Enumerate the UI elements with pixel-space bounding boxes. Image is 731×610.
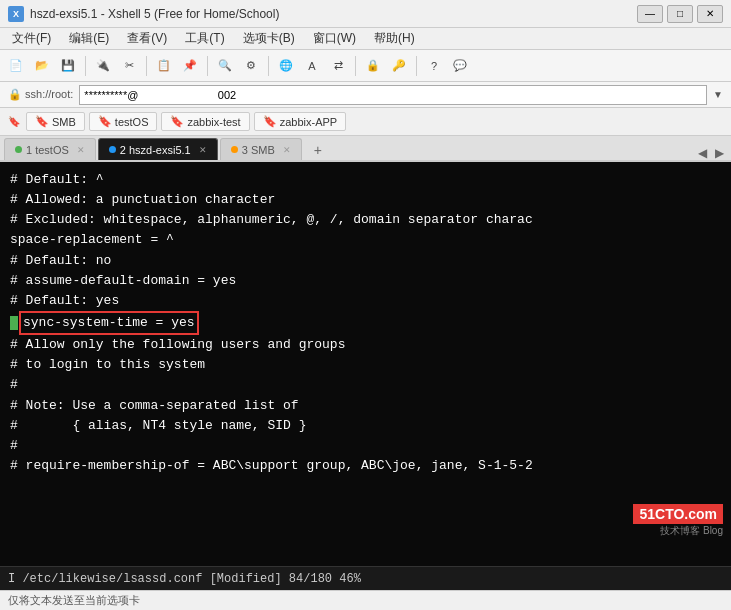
tab-add-button[interactable]: +	[308, 140, 328, 160]
tab-nav: ◀ ▶	[695, 146, 727, 160]
toolbar-transfer[interactable]: ⇄	[326, 54, 350, 78]
toolbar-paste[interactable]: 📌	[178, 54, 202, 78]
tab-nav-right[interactable]: ▶	[712, 146, 727, 160]
toolbar-sep5	[355, 56, 356, 76]
app-icon: X	[8, 6, 24, 22]
tab-close-hszd[interactable]: ✕	[199, 145, 207, 155]
menu-tabs[interactable]: 选项卡(B)	[235, 28, 303, 49]
toolbar-comment[interactable]: 💬	[448, 54, 472, 78]
toolbar-find[interactable]: 🔍	[213, 54, 237, 78]
address-dropdown[interactable]: ▼	[713, 89, 723, 100]
bookmarks-icon: 🔖	[8, 116, 20, 127]
menu-tools[interactable]: 工具(T)	[177, 28, 232, 49]
address-label: 🔒 ssh://root:	[8, 88, 73, 101]
tab-smb-label: 3 SMB	[242, 144, 275, 156]
toolbar-font[interactable]: A	[300, 54, 324, 78]
toolbar-sep6	[416, 56, 417, 76]
terminal-line-17: #	[10, 436, 721, 456]
terminal-line-14: #	[10, 375, 721, 395]
bottombar: 仅将文本发送至当前选项卡	[0, 590, 731, 610]
terminal-line-2: # Allowed: a punctuation character	[10, 190, 721, 210]
watermark-logo: 51CTO.com	[633, 504, 723, 524]
toolbar-sep1	[85, 56, 86, 76]
bookmark-zabbix-test-icon: 🔖	[170, 115, 184, 128]
menu-edit[interactable]: 编辑(E)	[61, 28, 117, 49]
maximize-button[interactable]: □	[667, 5, 693, 23]
toolbar: 📄 📂 💾 🔌 ✂ 📋 📌 🔍 ⚙ 🌐 A ⇄ 🔒 🔑 ? 💬	[0, 50, 731, 82]
minimize-button[interactable]: —	[637, 5, 663, 23]
window-title: hszd-exsi5.1 - Xshell 5 (Free for Home/S…	[30, 7, 279, 21]
bookmark-zabbix-test-label: zabbix-test	[187, 116, 240, 128]
watermark: 51CTO.com 技术博客 Blog	[633, 504, 723, 538]
tab-dot-smb	[231, 146, 238, 153]
toolbar-settings[interactable]: ⚙	[239, 54, 263, 78]
tab-close-testos[interactable]: ✕	[77, 145, 85, 155]
toolbar-open[interactable]: 📂	[30, 54, 54, 78]
bottom-text: 仅将文本发送至当前选项卡	[8, 593, 140, 608]
toolbar-globe[interactable]: 🌐	[274, 54, 298, 78]
bookmark-testos-icon: 🔖	[98, 115, 112, 128]
terminal-line-15: # Note: Use a comma-separated list of	[10, 396, 721, 416]
toolbar-copy[interactable]: 📋	[152, 54, 176, 78]
toolbar-sep2	[146, 56, 147, 76]
menubar: 文件(F) 编辑(E) 查看(V) 工具(T) 选项卡(B) 窗口(W) 帮助(…	[0, 28, 731, 50]
titlebar: X hszd-exsi5.1 - Xshell 5 (Free for Home…	[0, 0, 731, 28]
terminal-line-6: # Default: no	[10, 251, 721, 271]
tab-nav-left[interactable]: ◀	[695, 146, 710, 160]
tab-close-smb[interactable]: ✕	[283, 145, 291, 155]
bookmark-smb-label: SMB	[52, 116, 76, 128]
menu-window[interactable]: 窗口(W)	[305, 28, 364, 49]
tab-testos-label: 1 testOS	[26, 144, 69, 156]
bookmarksbar: 🔖 🔖 SMB 🔖 testOS 🔖 zabbix-test 🔖 zabbix-…	[0, 108, 731, 136]
status-text: I /etc/likewise/lsassd.conf [Modified] 8…	[8, 572, 723, 586]
terminal-line-18: # require-membership-of = ABC\support gr…	[10, 456, 721, 476]
menu-file[interactable]: 文件(F)	[4, 28, 59, 49]
terminal-line-3: # Excluded: whitespace, alphanumeric, @,…	[10, 210, 721, 230]
tab-dot-hszd	[109, 146, 116, 153]
toolbar-sep4	[268, 56, 269, 76]
tab-testos[interactable]: 1 testOS ✕	[4, 138, 96, 160]
terminal-line-7: # assume-default-domain = yes	[10, 271, 721, 291]
toolbar-help[interactable]: ?	[422, 54, 446, 78]
toolbar-disconnect[interactable]: ✂	[117, 54, 141, 78]
tabbar: 1 testOS ✕ 2 hszd-exsi5.1 ✕ 3 SMB ✕ + ◀ …	[0, 136, 731, 162]
terminal-line-16: # { alias, NT4 style name, SID }	[10, 416, 721, 436]
bookmark-zabbix-app[interactable]: 🔖 zabbix-APP	[254, 112, 346, 131]
cursor	[10, 316, 18, 330]
terminal-line-12: # Allow only the following users and gro…	[10, 335, 721, 355]
window-controls[interactable]: — □ ✕	[637, 5, 723, 23]
bookmark-zabbix-app-label: zabbix-APP	[280, 116, 337, 128]
tab-smb[interactable]: 3 SMB ✕	[220, 138, 302, 160]
terminal[interactable]: # Default: ^ # Allowed: a punctuation ch…	[0, 162, 731, 566]
address-input[interactable]	[79, 85, 707, 105]
terminal-line-13: # to login to this system	[10, 355, 721, 375]
highlight-sync: sync-system-time = yes	[19, 311, 199, 335]
toolbar-lock[interactable]: 🔒	[361, 54, 385, 78]
watermark-sub: 技术博客 Blog	[660, 524, 723, 538]
bookmark-zabbix-app-icon: 🔖	[263, 115, 277, 128]
toolbar-new[interactable]: 📄	[4, 54, 28, 78]
menu-view[interactable]: 查看(V)	[119, 28, 175, 49]
toolbar-key[interactable]: 🔑	[387, 54, 411, 78]
terminal-line-9: # Default: yes	[10, 291, 721, 311]
toolbar-sep3	[207, 56, 208, 76]
tab-dot-testos	[15, 146, 22, 153]
addressbar: 🔒 ssh://root: ▼	[0, 82, 731, 108]
terminal-line-4: space-replacement = ^	[10, 230, 721, 250]
toolbar-save[interactable]: 💾	[56, 54, 80, 78]
bookmark-testos-label: testOS	[115, 116, 149, 128]
bookmark-smb[interactable]: 🔖 SMB	[26, 112, 85, 131]
bookmark-smb-icon: 🔖	[35, 115, 49, 128]
statusbar: I /etc/likewise/lsassd.conf [Modified] 8…	[0, 566, 731, 590]
bookmark-testos[interactable]: 🔖 testOS	[89, 112, 158, 131]
terminal-line-10: sync-system-time = yes	[10, 311, 721, 335]
menu-help[interactable]: 帮助(H)	[366, 28, 423, 49]
toolbar-connect[interactable]: 🔌	[91, 54, 115, 78]
close-button[interactable]: ✕	[697, 5, 723, 23]
terminal-line-1: # Default: ^	[10, 170, 721, 190]
bookmark-zabbix-test[interactable]: 🔖 zabbix-test	[161, 112, 249, 131]
tab-hszd[interactable]: 2 hszd-exsi5.1 ✕	[98, 138, 218, 160]
tab-hszd-label: 2 hszd-exsi5.1	[120, 144, 191, 156]
